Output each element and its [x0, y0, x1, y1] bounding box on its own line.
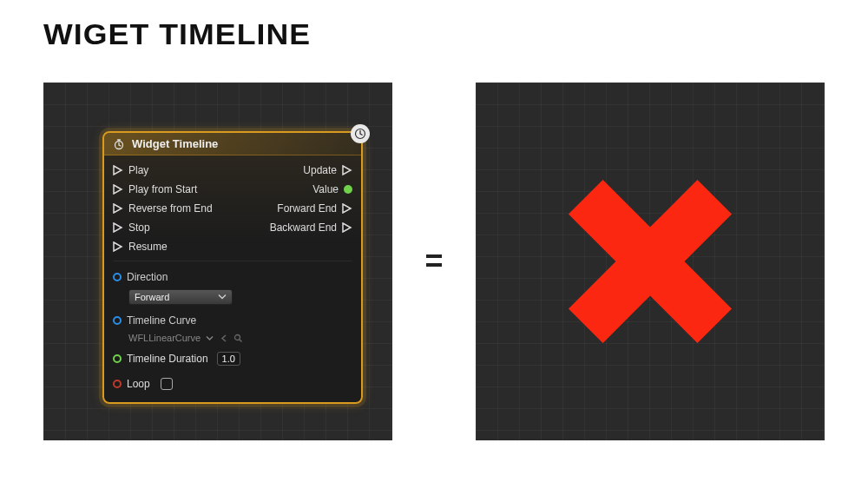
loop-section[interactable]: Loop: [113, 378, 352, 390]
direction-label: Direction: [127, 271, 168, 283]
exec-icon: [113, 184, 123, 195]
exec-icon: [342, 203, 352, 214]
stop-label: Stop: [128, 221, 150, 234]
chevron-down-icon: [206, 334, 214, 342]
backward-end-label: Backward End: [270, 221, 337, 234]
exec-icon: [113, 222, 123, 233]
play-from-start-pin[interactable]: Play from Start: [113, 183, 197, 195]
forward-end-pin[interactable]: Forward End: [277, 202, 352, 215]
page-title: WIGET TIMELINE: [43, 17, 311, 51]
play-label: Play: [128, 164, 148, 176]
direction-dropdown[interactable]: Forward: [128, 289, 233, 305]
value-label: Value: [312, 183, 339, 195]
resume-label: Resume: [128, 241, 168, 253]
clock-icon: [351, 124, 370, 143]
exec-icon: [342, 222, 352, 233]
reverse-from-end-label: Reverse from End: [128, 202, 213, 215]
float-output-icon: [344, 185, 352, 194]
equals-symbol: =: [408, 243, 460, 280]
direction-section: Direction: [113, 268, 352, 286]
chevron-down-icon: [218, 293, 227, 301]
timer-icon: [113, 138, 125, 150]
slide-content: Widget Timeline Play Update: [43, 75, 825, 448]
blueprint-panel-right: [476, 83, 825, 440]
direction-selected: Forward: [135, 292, 169, 302]
object-input-icon: [113, 316, 122, 325]
exec-icon: [113, 241, 123, 252]
exec-icon: [342, 165, 352, 175]
node-title: Widget Timeline: [132, 137, 218, 150]
reverse-from-end-pin[interactable]: Reverse from End: [113, 202, 213, 215]
duration-input[interactable]: 1.0: [217, 352, 240, 366]
forward-end-label: Forward End: [277, 202, 337, 215]
play-from-start-label: Play from Start: [128, 183, 197, 195]
curve-label: Timeline Curve: [127, 314, 196, 327]
blueprint-panel-left: Widget Timeline Play Update: [43, 83, 392, 440]
exec-icon: [113, 203, 123, 214]
reset-icon[interactable]: [219, 334, 228, 343]
backward-end-pin[interactable]: Backward End: [270, 221, 352, 234]
svg-point-2: [235, 334, 240, 340]
float-input-icon: [113, 354, 122, 363]
node-body: Play Update Play from Start Value: [104, 155, 361, 402]
curve-section: Timeline Curve: [113, 312, 352, 329]
red-x-icon: [555, 166, 746, 357]
value-pin[interactable]: Value: [312, 183, 352, 195]
duration-section[interactable]: Timeline Duration 1.0: [113, 352, 352, 366]
curve-asset-row[interactable]: WFLLinearCurve: [128, 333, 352, 343]
widget-timeline-node[interactable]: Widget Timeline Play Update: [102, 131, 363, 404]
bool-input-icon: [113, 380, 122, 388]
resume-pin[interactable]: Resume: [113, 241, 168, 253]
stop-pin[interactable]: Stop: [113, 221, 150, 234]
browse-icon[interactable]: [233, 334, 243, 343]
enum-input-icon: [113, 273, 122, 281]
update-pin[interactable]: Update: [303, 164, 352, 176]
node-header[interactable]: Widget Timeline: [104, 133, 361, 155]
loop-label: Loop: [127, 378, 150, 390]
loop-checkbox[interactable]: [161, 378, 173, 390]
play-pin[interactable]: Play: [113, 164, 148, 176]
curve-asset-name: WFLLinearCurve: [128, 333, 201, 343]
exec-icon: [113, 165, 123, 175]
duration-label: Timeline Duration: [127, 353, 208, 365]
update-label: Update: [303, 164, 337, 176]
